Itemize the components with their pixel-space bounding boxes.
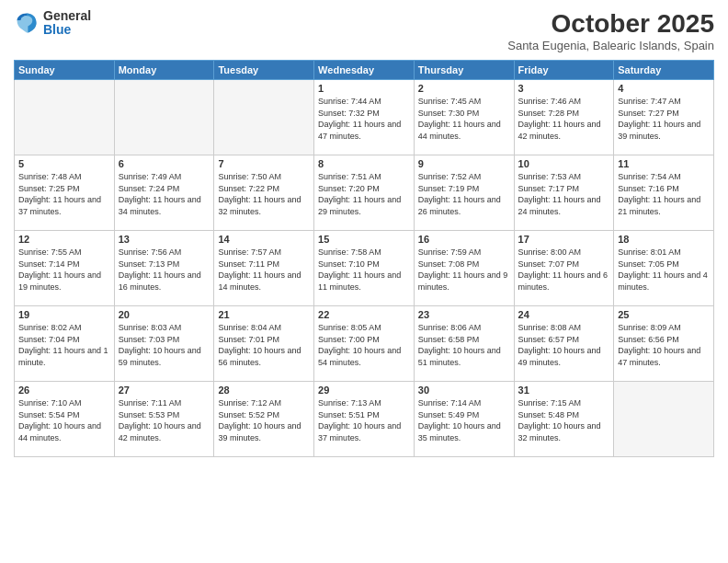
day-number: 26 xyxy=(18,385,110,396)
day-info: Sunrise: 7:51 AM Sunset: 7:20 PM Dayligh… xyxy=(318,171,410,217)
header-sunday: Sunday xyxy=(15,61,115,80)
day-info: Sunrise: 7:55 AM Sunset: 7:14 PM Dayligh… xyxy=(18,247,110,293)
day-info: Sunrise: 7:12 AM Sunset: 5:52 PM Dayligh… xyxy=(218,397,310,443)
day-info: Sunrise: 7:47 AM Sunset: 7:27 PM Dayligh… xyxy=(618,96,710,142)
day-info: Sunrise: 7:48 AM Sunset: 7:25 PM Dayligh… xyxy=(18,171,110,217)
logo-general-text: General xyxy=(43,9,91,23)
month-title: October 2025 xyxy=(507,9,714,39)
week-row-2: 5Sunrise: 7:48 AM Sunset: 7:25 PM Daylig… xyxy=(15,155,714,231)
day-number: 8 xyxy=(318,158,410,169)
location-subtitle: Santa Eugenia, Balearic Islands, Spain xyxy=(507,39,714,52)
day-info: Sunrise: 8:09 AM Sunset: 6:56 PM Dayligh… xyxy=(618,322,710,368)
logo-icon xyxy=(14,10,40,36)
day-info: Sunrise: 7:50 AM Sunset: 7:22 PM Dayligh… xyxy=(218,171,310,217)
calendar-table: Sunday Monday Tuesday Wednesday Thursday… xyxy=(14,60,714,457)
day-number: 20 xyxy=(119,309,210,320)
day-number: 13 xyxy=(119,234,210,245)
day-info: Sunrise: 8:06 AM Sunset: 6:58 PM Dayligh… xyxy=(418,322,510,368)
day-number: 18 xyxy=(618,234,710,245)
day-number: 21 xyxy=(218,309,310,320)
day-info: Sunrise: 8:08 AM Sunset: 6:57 PM Dayligh… xyxy=(518,322,610,368)
calendar-cell: 6Sunrise: 7:49 AM Sunset: 7:24 PM Daylig… xyxy=(114,155,214,231)
day-number: 7 xyxy=(218,158,310,169)
day-number: 6 xyxy=(119,158,210,169)
day-info: Sunrise: 7:57 AM Sunset: 7:11 PM Dayligh… xyxy=(218,247,310,293)
week-row-1: 1Sunrise: 7:44 AM Sunset: 7:32 PM Daylig… xyxy=(15,80,714,155)
calendar-cell xyxy=(114,80,214,155)
calendar-cell: 17Sunrise: 8:00 AM Sunset: 7:07 PM Dayli… xyxy=(514,231,614,306)
day-number: 4 xyxy=(618,83,710,94)
day-info: Sunrise: 7:11 AM Sunset: 5:53 PM Dayligh… xyxy=(119,397,210,443)
day-info: Sunrise: 7:14 AM Sunset: 5:49 PM Dayligh… xyxy=(418,397,510,443)
day-info: Sunrise: 7:53 AM Sunset: 7:17 PM Dayligh… xyxy=(518,171,610,217)
day-number: 14 xyxy=(218,234,310,245)
day-info: Sunrise: 7:45 AM Sunset: 7:30 PM Dayligh… xyxy=(418,96,510,142)
calendar-cell: 10Sunrise: 7:53 AM Sunset: 7:17 PM Dayli… xyxy=(514,155,614,231)
day-number: 2 xyxy=(418,83,510,94)
logo-text: General Blue xyxy=(43,9,91,38)
day-info: Sunrise: 8:03 AM Sunset: 7:03 PM Dayligh… xyxy=(119,322,210,368)
calendar-cell xyxy=(214,80,314,155)
calendar-cell: 16Sunrise: 7:59 AM Sunset: 7:08 PM Dayli… xyxy=(414,231,514,306)
day-number: 24 xyxy=(518,309,610,320)
day-info: Sunrise: 8:02 AM Sunset: 7:04 PM Dayligh… xyxy=(18,322,110,368)
logo: General Blue xyxy=(14,9,91,38)
calendar-cell: 2Sunrise: 7:45 AM Sunset: 7:30 PM Daylig… xyxy=(414,80,514,155)
day-number: 1 xyxy=(318,83,410,94)
day-info: Sunrise: 7:59 AM Sunset: 7:08 PM Dayligh… xyxy=(418,247,510,293)
calendar-cell: 27Sunrise: 7:11 AM Sunset: 5:53 PM Dayli… xyxy=(114,382,214,457)
day-info: Sunrise: 7:44 AM Sunset: 7:32 PM Dayligh… xyxy=(318,96,410,142)
day-info: Sunrise: 7:10 AM Sunset: 5:54 PM Dayligh… xyxy=(18,397,110,443)
calendar-cell: 25Sunrise: 8:09 AM Sunset: 6:56 PM Dayli… xyxy=(614,306,714,382)
day-number: 5 xyxy=(18,158,110,169)
calendar-cell: 5Sunrise: 7:48 AM Sunset: 7:25 PM Daylig… xyxy=(15,155,115,231)
header-friday: Friday xyxy=(514,61,614,80)
day-info: Sunrise: 8:05 AM Sunset: 7:00 PM Dayligh… xyxy=(318,322,410,368)
day-number: 15 xyxy=(318,234,410,245)
week-row-5: 26Sunrise: 7:10 AM Sunset: 5:54 PM Dayli… xyxy=(15,382,714,457)
calendar-cell: 29Sunrise: 7:13 AM Sunset: 5:51 PM Dayli… xyxy=(314,382,415,457)
title-block: October 2025 Santa Eugenia, Balearic Isl… xyxy=(507,9,714,52)
week-row-4: 19Sunrise: 8:02 AM Sunset: 7:04 PM Dayli… xyxy=(15,306,714,382)
day-info: Sunrise: 7:49 AM Sunset: 7:24 PM Dayligh… xyxy=(119,171,210,217)
logo-blue-text: Blue xyxy=(43,23,91,37)
calendar-cell: 21Sunrise: 8:04 AM Sunset: 7:01 PM Dayli… xyxy=(214,306,314,382)
calendar-cell: 13Sunrise: 7:56 AM Sunset: 7:13 PM Dayli… xyxy=(114,231,214,306)
calendar-cell: 18Sunrise: 8:01 AM Sunset: 7:05 PM Dayli… xyxy=(614,231,714,306)
day-number: 16 xyxy=(418,234,510,245)
day-number: 30 xyxy=(418,385,510,396)
header-saturday: Saturday xyxy=(614,61,714,80)
day-number: 29 xyxy=(318,385,410,396)
day-info: Sunrise: 8:01 AM Sunset: 7:05 PM Dayligh… xyxy=(618,247,710,293)
header-wednesday: Wednesday xyxy=(314,61,415,80)
calendar-cell xyxy=(614,382,714,457)
day-info: Sunrise: 7:52 AM Sunset: 7:19 PM Dayligh… xyxy=(418,171,510,217)
calendar-cell: 14Sunrise: 7:57 AM Sunset: 7:11 PM Dayli… xyxy=(214,231,314,306)
day-number: 12 xyxy=(18,234,110,245)
calendar-cell: 22Sunrise: 8:05 AM Sunset: 7:00 PM Dayli… xyxy=(314,306,415,382)
weekday-header-row: Sunday Monday Tuesday Wednesday Thursday… xyxy=(15,61,714,80)
calendar-cell: 28Sunrise: 7:12 AM Sunset: 5:52 PM Dayli… xyxy=(214,382,314,457)
calendar-cell: 15Sunrise: 7:58 AM Sunset: 7:10 PM Dayli… xyxy=(314,231,415,306)
day-number: 9 xyxy=(418,158,510,169)
day-number: 28 xyxy=(218,385,310,396)
day-info: Sunrise: 7:56 AM Sunset: 7:13 PM Dayligh… xyxy=(119,247,210,293)
calendar-cell: 31Sunrise: 7:15 AM Sunset: 5:48 PM Dayli… xyxy=(514,382,614,457)
day-number: 25 xyxy=(618,309,710,320)
day-number: 22 xyxy=(318,309,410,320)
header-tuesday: Tuesday xyxy=(214,61,314,80)
day-info: Sunrise: 8:00 AM Sunset: 7:07 PM Dayligh… xyxy=(518,247,610,293)
day-info: Sunrise: 7:46 AM Sunset: 7:28 PM Dayligh… xyxy=(518,96,610,142)
calendar-cell: 11Sunrise: 7:54 AM Sunset: 7:16 PM Dayli… xyxy=(614,155,714,231)
day-number: 3 xyxy=(518,83,610,94)
day-number: 17 xyxy=(518,234,610,245)
header: General Blue October 2025 Santa Eugenia,… xyxy=(14,9,714,52)
calendar-cell: 8Sunrise: 7:51 AM Sunset: 7:20 PM Daylig… xyxy=(314,155,415,231)
week-row-3: 12Sunrise: 7:55 AM Sunset: 7:14 PM Dayli… xyxy=(15,231,714,306)
day-number: 31 xyxy=(518,385,610,396)
day-number: 19 xyxy=(18,309,110,320)
day-number: 10 xyxy=(518,158,610,169)
day-number: 23 xyxy=(418,309,510,320)
calendar-cell xyxy=(15,80,115,155)
calendar-cell: 24Sunrise: 8:08 AM Sunset: 6:57 PM Dayli… xyxy=(514,306,614,382)
